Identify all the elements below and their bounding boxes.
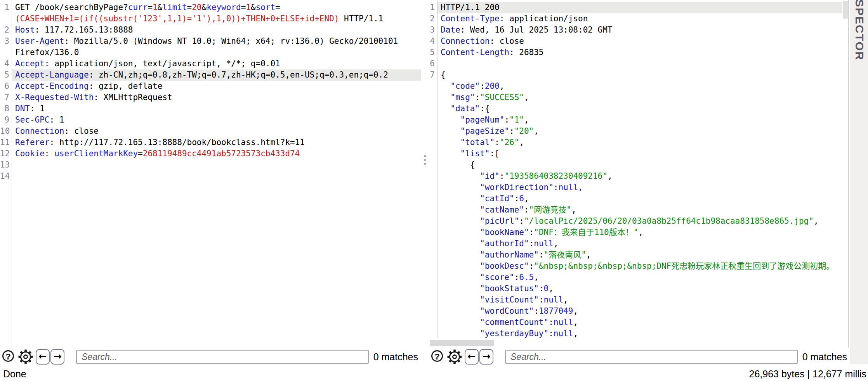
code-line[interactable]: "total":"26", bbox=[429, 137, 842, 148]
vertical-scrollbar-thumb[interactable] bbox=[843, 1, 848, 19]
code-line[interactable]: 5Content-Length: 26835 bbox=[429, 47, 842, 58]
response-search-input[interactable] bbox=[505, 350, 798, 364]
line-text: "pageSize":"20", bbox=[437, 126, 842, 137]
line-number: 3 bbox=[429, 24, 437, 36]
line-text: User-Agent: Mozilla/5.0 (Windows NT 10.0… bbox=[12, 36, 421, 47]
code-line[interactable]: "msg":"SUCCESS", bbox=[429, 92, 842, 103]
code-line[interactable]: Firefox/136.0 bbox=[0, 47, 421, 58]
help-icon[interactable]: ? bbox=[431, 350, 443, 362]
code-line[interactable]: 2Content-Type: application/json bbox=[429, 13, 842, 24]
line-text: "wordCount":1877049, bbox=[437, 306, 842, 317]
splitter-drag-handle-icon[interactable] bbox=[424, 155, 426, 165]
find-previous-button[interactable]: ← bbox=[36, 349, 50, 365]
line-number: 6 bbox=[0, 81, 12, 92]
line-text: "total":"26", bbox=[437, 137, 842, 148]
code-line[interactable]: 2Host: 117.72.165.13:8888 bbox=[0, 24, 421, 36]
line-text: "authorName":"落夜南风", bbox=[437, 249, 842, 261]
code-line[interactable]: 8DNT: 1 bbox=[0, 103, 421, 114]
code-line[interactable]: 1HTTP/1.1 200 bbox=[429, 2, 842, 13]
code-line[interactable]: { bbox=[429, 159, 842, 171]
line-number bbox=[429, 81, 437, 92]
code-line[interactable]: "workDirection":null, bbox=[429, 182, 842, 193]
code-line[interactable]: "visitCount":null, bbox=[429, 294, 842, 306]
code-line[interactable]: 1GET /book/searchByPage?curr=1&limit=20&… bbox=[0, 2, 421, 13]
code-line[interactable]: "bookStatus":0, bbox=[429, 283, 842, 294]
line-number: 1 bbox=[0, 2, 12, 13]
find-next-button[interactable]: → bbox=[50, 349, 64, 365]
code-line[interactable]: "commentCount":null, bbox=[429, 317, 842, 328]
code-line[interactable]: 4Accept: application/json, text/javascri… bbox=[0, 58, 421, 69]
code-line[interactable]: "catId":6, bbox=[429, 193, 842, 204]
code-line[interactable]: "bookName":"DNF：我来自于110版本！", bbox=[429, 227, 842, 238]
line-number: 6 bbox=[429, 58, 437, 69]
code-line[interactable]: "yesterdayBuy":null, bbox=[429, 328, 842, 339]
http-message-viewer: 1GET /book/searchByPage?curr=1&limit=20&… bbox=[0, 0, 868, 382]
code-line[interactable]: 5Accept-Language: zh-CN,zh;q=0.8,zh-TW;q… bbox=[0, 69, 421, 81]
line-text bbox=[12, 171, 421, 182]
line-number bbox=[429, 317, 437, 328]
search-settings-gear-icon[interactable] bbox=[447, 349, 462, 365]
line-number bbox=[429, 306, 437, 317]
code-line[interactable]: (CASE+WHEN+1=(if((substr('123',1,1)='1')… bbox=[0, 13, 421, 24]
code-line[interactable]: "score":6.5, bbox=[429, 272, 842, 283]
horizontal-scrollbar-thumb[interactable] bbox=[430, 340, 494, 346]
request-editor[interactable]: 1GET /book/searchByPage?curr=1&limit=20&… bbox=[0, 0, 421, 349]
code-line[interactable]: 13 bbox=[0, 159, 421, 171]
code-line[interactable]: 7{ bbox=[429, 69, 842, 81]
response-vertical-scrollbar bbox=[842, 0, 849, 347]
code-line[interactable]: 10Connection: close bbox=[0, 126, 421, 137]
code-line[interactable]: 12Cookie: userClientMarkKey=268119489cc4… bbox=[0, 148, 421, 159]
line-text: "id":"1935864038230409216", bbox=[437, 171, 842, 182]
code-line[interactable]: 11Referer: http://117.72.165.13:8888/boo… bbox=[0, 137, 421, 148]
line-text bbox=[12, 159, 421, 171]
line-number: 5 bbox=[429, 47, 437, 58]
code-line[interactable]: 6Accept-Encoding: gzip, deflate bbox=[0, 81, 421, 92]
code-line[interactable]: 9Sec-GPC: 1 bbox=[0, 114, 421, 126]
help-icon[interactable]: ? bbox=[2, 350, 14, 362]
line-text: Connection: close bbox=[437, 36, 842, 47]
code-line[interactable]: "authorName":"落夜南风", bbox=[429, 249, 842, 261]
find-next-button[interactable]: → bbox=[479, 349, 493, 365]
line-number bbox=[429, 171, 437, 182]
response-editor[interactable]: 1HTTP/1.1 2002Content-Type: application/… bbox=[429, 0, 842, 349]
panel-splitter[interactable] bbox=[421, 0, 429, 347]
code-line[interactable]: 3Date: Wed, 16 Jul 2025 13:08:02 GMT bbox=[429, 24, 842, 36]
line-text: "picUrl":"/localPic/2025/06/20/03a0a8b25… bbox=[437, 216, 842, 227]
code-line[interactable]: 14 bbox=[0, 171, 421, 182]
code-line[interactable]: "bookDesc":"&nbsp;&nbsp;&nbsp;&nbsp;DNF死… bbox=[429, 261, 842, 272]
line-number: 5 bbox=[0, 69, 12, 81]
line-text: HTTP/1.1 200 bbox=[437, 2, 842, 13]
line-text: "data":{ bbox=[437, 103, 842, 114]
code-line[interactable]: 3User-Agent: Mozilla/5.0 (Windows NT 10.… bbox=[0, 36, 421, 47]
search-settings-gear-icon[interactable] bbox=[18, 349, 33, 365]
code-line[interactable]: "id":"1935864038230409216", bbox=[429, 171, 842, 182]
code-line[interactable]: "code":200, bbox=[429, 81, 842, 92]
code-line[interactable]: "authorId":null, bbox=[429, 238, 842, 249]
code-line[interactable]: 4Connection: close bbox=[429, 36, 842, 47]
line-text: "msg":"SUCCESS", bbox=[437, 92, 842, 103]
response-size-timing: 26,963 bytes | 12,677 millis bbox=[749, 368, 866, 380]
code-line[interactable]: 7X-Requested-With: XMLHttpRequest bbox=[0, 92, 421, 103]
line-number: 12 bbox=[0, 148, 12, 159]
code-line[interactable]: "catName":"网游竞技", bbox=[429, 204, 842, 216]
line-text: "catId":6, bbox=[437, 193, 842, 204]
line-text: "visitCount":null, bbox=[437, 294, 842, 306]
line-text: Accept-Encoding: gzip, deflate bbox=[12, 81, 421, 92]
code-line[interactable]: "wordCount":1877049, bbox=[429, 306, 842, 317]
code-line[interactable]: "picUrl":"/localPic/2025/06/20/03a0a8b25… bbox=[429, 216, 842, 227]
code-line[interactable]: "data":{ bbox=[429, 103, 842, 114]
code-line[interactable]: 6 bbox=[429, 58, 842, 69]
line-number: 3 bbox=[0, 36, 12, 47]
inspector-tab-label: SPECTOR bbox=[853, 0, 866, 60]
line-number: 10 bbox=[0, 126, 12, 137]
line-number bbox=[429, 159, 437, 171]
code-line[interactable]: "list":[ bbox=[429, 148, 842, 159]
code-line[interactable]: "pageNum":"1", bbox=[429, 114, 842, 126]
line-text: Content-Length: 26835 bbox=[437, 47, 842, 58]
code-line[interactable]: "pageSize":"20", bbox=[429, 126, 842, 137]
line-text: Date: Wed, 16 Jul 2025 13:08:02 GMT bbox=[437, 24, 842, 36]
line-text: Accept-Language: zh-CN,zh;q=0.8,zh-TW;q=… bbox=[12, 69, 421, 81]
request-search-input[interactable] bbox=[76, 350, 369, 364]
find-previous-button[interactable]: ← bbox=[465, 349, 479, 365]
inspector-collapsed-tab[interactable]: SPECTOR bbox=[850, 0, 868, 364]
